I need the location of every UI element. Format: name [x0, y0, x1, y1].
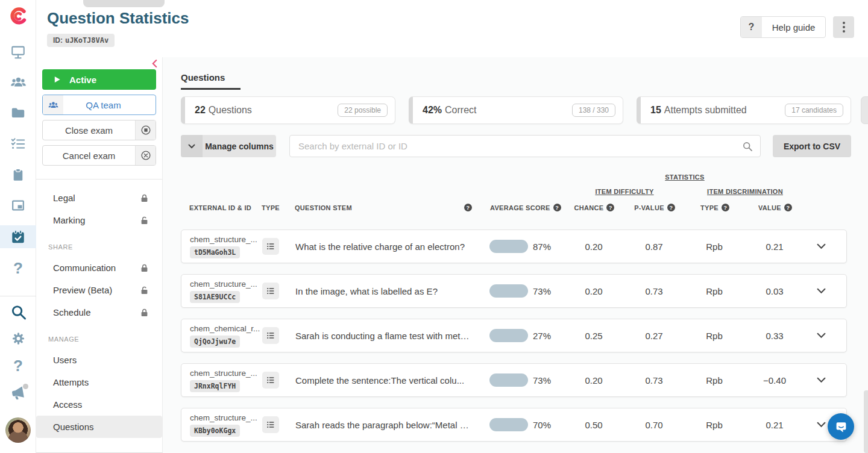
exam-id-badge: ID:uJKoTJ8VAv	[47, 34, 115, 47]
avatar	[5, 417, 31, 443]
score-bar	[489, 329, 528, 342]
more-options-button[interactable]	[833, 16, 854, 38]
brand-logo-icon[interactable]	[0, 5, 36, 28]
monitor-icon	[10, 43, 26, 60]
help-circle-icon[interactable]: ?	[784, 204, 792, 211]
discrimination-type: Rpb	[684, 331, 744, 341]
expand-row-button[interactable]	[805, 333, 838, 339]
sidebar-item-users[interactable]: Users	[36, 349, 162, 371]
stat-label: Attempts submitted	[664, 105, 747, 116]
table-header: STATISTICS ITEM DIFFICULTY ITEM DISCRIMI…	[181, 173, 847, 211]
table-row[interactable]: chem_chemical_r... QjQoJjwu7e Sarah is c…	[181, 319, 847, 352]
expand-row-button[interactable]	[805, 288, 838, 294]
sidebar-item-access[interactable]: Access	[36, 393, 162, 416]
list-type-icon	[262, 238, 279, 255]
gear-icon	[11, 330, 26, 347]
rail-item-library[interactable]	[0, 101, 36, 124]
search-box	[289, 135, 761, 157]
nav-label: Legal	[53, 193, 75, 203]
table-row[interactable]: chem_structure_... tD5MaGoh3L What is th…	[181, 230, 847, 263]
rail-item-exams[interactable]	[0, 163, 36, 186]
list-type-icon	[262, 416, 279, 433]
rail-item-help[interactable]: ?	[0, 257, 36, 280]
stat-badge: 22 possible	[338, 104, 388, 117]
p-value: 0.70	[624, 420, 684, 430]
help-guide-button[interactable]: ? Help guide	[740, 16, 826, 38]
external-id: chem_structure_...	[190, 369, 262, 378]
discrimination-type: Rpb	[684, 420, 744, 430]
table-row[interactable]: chem_structure_... KBby0oKGgx Sarah read…	[181, 408, 847, 442]
question-mark-icon: ?	[13, 260, 23, 276]
chevron-left-icon	[152, 60, 157, 67]
users-icon	[48, 99, 59, 110]
close-exam-button[interactable]: Close exam	[42, 120, 156, 140]
sidebar-collapse-button[interactable]	[152, 59, 157, 70]
sidebar: Active QA team Close exam Cancel exam	[36, 57, 163, 453]
rail-item-profile[interactable]	[0, 417, 36, 443]
stat-cards: 22 Questions 22 possible 42% Correct 138…	[181, 96, 851, 124]
sidebar-item-schedule[interactable]: Schedule	[36, 301, 162, 323]
stat-badge: 138 / 330	[572, 104, 615, 117]
help-circle-icon[interactable]: ?	[606, 204, 614, 211]
rail-item-support[interactable]: ?	[0, 354, 36, 377]
chat-launcher-button[interactable]	[828, 413, 854, 440]
column-header-question-stem: QUESTION STEM ?	[295, 204, 483, 211]
help-circle-icon[interactable]: ?	[722, 204, 729, 211]
p-value: 0.87	[624, 242, 684, 252]
external-id-cell: chem_structure_... JRnxRqlFYH	[190, 369, 262, 392]
rail-item-dashboard[interactable]	[0, 40, 36, 63]
rail-item-settings[interactable]	[0, 327, 36, 350]
column-header-discrimination-type: TYPE ?	[685, 204, 745, 211]
question-stem: What is the relative charge of an electr…	[295, 242, 482, 252]
sidebar-item-attempts[interactable]: Attempts	[36, 371, 162, 393]
chevron-down-icon	[817, 377, 826, 383]
rail-item-users[interactable]	[0, 70, 36, 93]
sidebar-item-communication[interactable]: Communication	[36, 257, 162, 279]
export-csv-button[interactable]: Export to CSV	[773, 135, 851, 157]
image-frame-icon	[10, 197, 26, 214]
tab-questions[interactable]: Questions	[181, 72, 241, 90]
sidebar-item-legal[interactable]: Legal	[36, 187, 162, 209]
help-guide-label: Help guide	[762, 17, 825, 37]
qa-team-label: QA team	[63, 95, 156, 114]
qa-team-button[interactable]: QA team	[42, 95, 156, 115]
rail-item-schedule-active[interactable]	[0, 225, 36, 248]
help-circle-icon[interactable]: ?	[553, 204, 561, 211]
score-bar	[489, 284, 528, 298]
type-cell	[262, 283, 295, 299]
help-circle-icon[interactable]: ?	[464, 204, 472, 211]
expand-row-button[interactable]	[805, 377, 838, 383]
table-toolbar: Manage columns Export to CSV	[181, 135, 851, 157]
question-id-badge: KBby0oKGgx	[190, 425, 240, 437]
sidebar-item-preview-beta[interactable]: Preview (Beta)	[36, 279, 162, 301]
column-header-type: TYPE	[262, 204, 295, 211]
cancel-exam-label: Cancel exam	[43, 146, 135, 165]
chance-value: 0.20	[564, 286, 624, 296]
chevron-down-icon	[817, 333, 826, 339]
sidebar-item-marking[interactable]: Marking	[36, 209, 162, 231]
column-header-p-value: P-VALUE ?	[624, 204, 685, 211]
external-id: chem_structure_...	[190, 280, 262, 289]
help-circle-icon[interactable]: ?	[667, 204, 675, 211]
play-icon	[53, 75, 61, 84]
rail-item-item-bank[interactable]	[0, 132, 36, 155]
column-header-external-id: EXTERNAL ID & ID	[189, 204, 262, 211]
expand-row-button[interactable]	[805, 243, 838, 249]
question-stem: Sarah reads the paragraph below:“Metal a…	[295, 420, 482, 430]
rail-item-announcements[interactable]	[0, 381, 36, 404]
cancel-exam-button[interactable]: Cancel exam	[42, 145, 156, 166]
search-input[interactable]	[298, 141, 742, 151]
rail-item-search[interactable]	[0, 301, 36, 323]
p-value: 0.73	[624, 375, 684, 386]
lock-open-icon	[140, 286, 149, 295]
score-bar	[489, 240, 528, 253]
sidebar-item-questions[interactable]: Questions	[36, 416, 162, 438]
exam-status-button[interactable]: Active	[42, 69, 156, 90]
stat-card-questions: 22 Questions 22 possible	[181, 96, 395, 124]
table-row[interactable]: chem_structure_... JRnxRqlFYH Complete t…	[181, 363, 847, 397]
search-icon[interactable]	[742, 141, 753, 152]
chance-value: 0.20	[564, 375, 624, 386]
manage-columns-button[interactable]: Manage columns	[181, 135, 276, 157]
table-row[interactable]: chem_structure_... S81AE9UCCc In the ima…	[181, 274, 847, 308]
rail-item-review[interactable]	[0, 194, 36, 217]
